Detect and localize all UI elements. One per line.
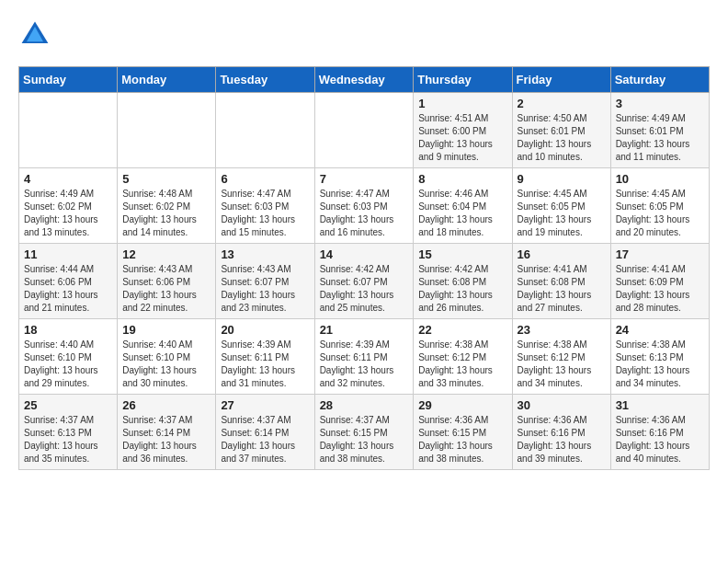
day-number: 7	[320, 172, 409, 186]
day-number: 19	[122, 323, 210, 337]
day-number: 5	[122, 172, 210, 186]
day-number: 24	[616, 323, 704, 337]
day-info: Sunrise: 4:41 AM Sunset: 6:09 PM Dayligh…	[616, 263, 704, 315]
day-cell: 2Sunrise: 4:50 AM Sunset: 6:01 PM Daylig…	[512, 93, 610, 168]
week-row-5: 25Sunrise: 4:37 AM Sunset: 6:13 PM Dayli…	[19, 395, 710, 470]
day-cell: 10Sunrise: 4:45 AM Sunset: 6:05 PM Dayli…	[610, 168, 709, 244]
day-info: Sunrise: 4:42 AM Sunset: 6:08 PM Dayligh…	[418, 263, 506, 315]
calendar-header-row: SundayMondayTuesdayWednesdayThursdayFrid…	[19, 67, 710, 93]
day-cell: 27Sunrise: 4:37 AM Sunset: 6:14 PM Dayli…	[216, 395, 314, 470]
day-number: 6	[221, 172, 309, 186]
day-info: Sunrise: 4:39 AM Sunset: 6:11 PM Dayligh…	[221, 339, 309, 390]
day-info: Sunrise: 4:49 AM Sunset: 6:02 PM Dayligh…	[24, 188, 112, 239]
header-monday: Monday	[118, 67, 216, 93]
day-cell: 22Sunrise: 4:38 AM Sunset: 6:12 PM Dayli…	[414, 319, 512, 395]
day-info: Sunrise: 4:38 AM Sunset: 6:12 PM Dayligh…	[518, 339, 606, 390]
logo-icon	[18, 18, 51, 52]
day-number: 27	[221, 398, 309, 412]
day-number: 26	[122, 398, 210, 412]
week-row-1: 1Sunrise: 4:51 AM Sunset: 6:00 PM Daylig…	[19, 93, 710, 168]
day-info: Sunrise: 4:38 AM Sunset: 6:12 PM Dayligh…	[418, 339, 506, 390]
day-number: 9	[518, 172, 606, 186]
day-cell: 20Sunrise: 4:39 AM Sunset: 6:11 PM Dayli…	[216, 319, 314, 395]
day-number: 23	[518, 323, 606, 337]
day-cell: 30Sunrise: 4:36 AM Sunset: 6:16 PM Dayli…	[512, 395, 610, 470]
logo	[18, 18, 55, 52]
day-info: Sunrise: 4:48 AM Sunset: 6:02 PM Dayligh…	[122, 188, 210, 239]
day-number: 3	[616, 97, 704, 110]
day-info: Sunrise: 4:41 AM Sunset: 6:08 PM Dayligh…	[518, 263, 606, 315]
day-info: Sunrise: 4:43 AM Sunset: 6:06 PM Dayligh…	[122, 263, 210, 315]
header-wednesday: Wednesday	[314, 67, 414, 93]
day-info: Sunrise: 4:37 AM Sunset: 6:14 PM Dayligh…	[122, 414, 210, 465]
day-cell: 13Sunrise: 4:43 AM Sunset: 6:07 PM Dayli…	[216, 244, 314, 319]
day-info: Sunrise: 4:50 AM Sunset: 6:01 PM Dayligh…	[518, 112, 606, 164]
header-tuesday: Tuesday	[216, 67, 314, 93]
day-info: Sunrise: 4:45 AM Sunset: 6:05 PM Dayligh…	[616, 188, 704, 239]
header-saturday: Saturday	[610, 67, 709, 93]
week-row-4: 18Sunrise: 4:40 AM Sunset: 6:10 PM Dayli…	[19, 319, 710, 395]
day-number: 17	[616, 247, 704, 261]
day-cell	[118, 93, 216, 168]
day-number: 29	[418, 398, 506, 412]
day-number: 28	[320, 398, 409, 412]
day-info: Sunrise: 4:37 AM Sunset: 6:15 PM Dayligh…	[320, 414, 409, 465]
day-cell: 17Sunrise: 4:41 AM Sunset: 6:09 PM Dayli…	[610, 244, 709, 319]
day-number: 8	[418, 172, 506, 186]
day-info: Sunrise: 4:38 AM Sunset: 6:13 PM Dayligh…	[616, 339, 704, 390]
day-info: Sunrise: 4:40 AM Sunset: 6:10 PM Dayligh…	[122, 339, 210, 390]
day-info: Sunrise: 4:36 AM Sunset: 6:16 PM Dayligh…	[518, 414, 606, 465]
day-cell: 1Sunrise: 4:51 AM Sunset: 6:00 PM Daylig…	[414, 93, 512, 168]
day-info: Sunrise: 4:45 AM Sunset: 6:05 PM Dayligh…	[518, 188, 606, 239]
day-info: Sunrise: 4:37 AM Sunset: 6:14 PM Dayligh…	[221, 414, 309, 465]
day-number: 4	[24, 172, 112, 186]
day-number: 13	[221, 247, 309, 261]
day-cell: 4Sunrise: 4:49 AM Sunset: 6:02 PM Daylig…	[19, 168, 118, 244]
day-cell: 3Sunrise: 4:49 AM Sunset: 6:01 PM Daylig…	[610, 93, 709, 168]
day-number: 21	[320, 323, 409, 337]
day-info: Sunrise: 4:46 AM Sunset: 6:04 PM Dayligh…	[418, 188, 506, 239]
day-number: 15	[418, 247, 506, 261]
day-cell: 9Sunrise: 4:45 AM Sunset: 6:05 PM Daylig…	[512, 168, 610, 244]
day-info: Sunrise: 4:39 AM Sunset: 6:11 PM Dayligh…	[320, 339, 409, 390]
day-number: 10	[616, 172, 704, 186]
day-info: Sunrise: 4:43 AM Sunset: 6:07 PM Dayligh…	[221, 263, 309, 315]
day-info: Sunrise: 4:47 AM Sunset: 6:03 PM Dayligh…	[221, 188, 309, 239]
day-cell: 5Sunrise: 4:48 AM Sunset: 6:02 PM Daylig…	[118, 168, 216, 244]
day-cell: 11Sunrise: 4:44 AM Sunset: 6:06 PM Dayli…	[19, 244, 118, 319]
day-cell	[19, 93, 118, 168]
day-number: 2	[518, 97, 606, 110]
day-cell: 28Sunrise: 4:37 AM Sunset: 6:15 PM Dayli…	[314, 395, 414, 470]
calendar-table: SundayMondayTuesdayWednesdayThursdayFrid…	[18, 66, 710, 470]
day-cell: 12Sunrise: 4:43 AM Sunset: 6:06 PM Dayli…	[118, 244, 216, 319]
week-row-2: 4Sunrise: 4:49 AM Sunset: 6:02 PM Daylig…	[19, 168, 710, 244]
day-number: 1	[418, 97, 506, 110]
day-cell: 18Sunrise: 4:40 AM Sunset: 6:10 PM Dayli…	[19, 319, 118, 395]
day-cell: 7Sunrise: 4:47 AM Sunset: 6:03 PM Daylig…	[314, 168, 414, 244]
day-info: Sunrise: 4:47 AM Sunset: 6:03 PM Dayligh…	[320, 188, 409, 239]
day-cell: 29Sunrise: 4:36 AM Sunset: 6:15 PM Dayli…	[414, 395, 512, 470]
day-info: Sunrise: 4:37 AM Sunset: 6:13 PM Dayligh…	[24, 414, 112, 465]
day-info: Sunrise: 4:36 AM Sunset: 6:16 PM Dayligh…	[616, 414, 704, 465]
day-number: 31	[616, 398, 704, 412]
day-info: Sunrise: 4:51 AM Sunset: 6:00 PM Dayligh…	[418, 112, 506, 164]
day-cell	[314, 93, 414, 168]
day-info: Sunrise: 4:44 AM Sunset: 6:06 PM Dayligh…	[24, 263, 112, 315]
page-header	[18, 18, 710, 52]
week-row-3: 11Sunrise: 4:44 AM Sunset: 6:06 PM Dayli…	[19, 244, 710, 319]
day-info: Sunrise: 4:42 AM Sunset: 6:07 PM Dayligh…	[320, 263, 409, 315]
day-cell: 26Sunrise: 4:37 AM Sunset: 6:14 PM Dayli…	[118, 395, 216, 470]
day-number: 25	[24, 398, 112, 412]
day-cell: 14Sunrise: 4:42 AM Sunset: 6:07 PM Dayli…	[314, 244, 414, 319]
day-number: 18	[24, 323, 112, 337]
day-cell: 31Sunrise: 4:36 AM Sunset: 6:16 PM Dayli…	[610, 395, 709, 470]
day-number: 22	[418, 323, 506, 337]
day-number: 12	[122, 247, 210, 261]
day-info: Sunrise: 4:36 AM Sunset: 6:15 PM Dayligh…	[418, 414, 506, 465]
day-info: Sunrise: 4:40 AM Sunset: 6:10 PM Dayligh…	[24, 339, 112, 390]
header-thursday: Thursday	[414, 67, 512, 93]
day-number: 20	[221, 323, 309, 337]
day-cell: 8Sunrise: 4:46 AM Sunset: 6:04 PM Daylig…	[414, 168, 512, 244]
day-number: 14	[320, 247, 409, 261]
day-number: 16	[518, 247, 606, 261]
